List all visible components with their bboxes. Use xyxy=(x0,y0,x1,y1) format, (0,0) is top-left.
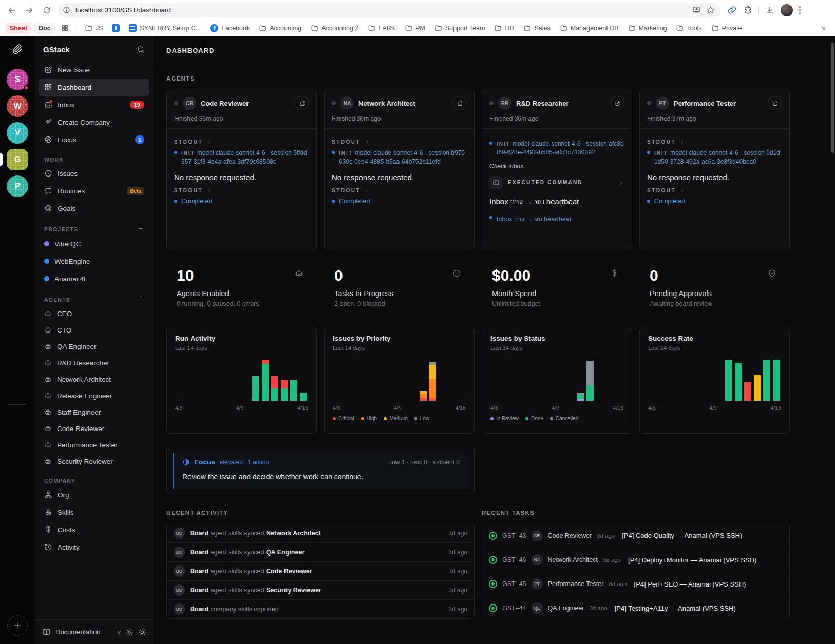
bookmark-folder-icon xyxy=(494,24,502,32)
browser-menu-icon[interactable] xyxy=(799,6,801,14)
bookmark-item[interactable]: Support Team xyxy=(431,22,489,34)
bookmark-item[interactable]: Sales xyxy=(520,22,554,34)
bookmark-item[interactable]: Accounting 2 xyxy=(307,22,362,34)
sidebar-item-inbox[interactable]: Inbox19 xyxy=(39,96,149,113)
bookmark-item[interactable]: HR xyxy=(490,22,518,34)
bookmark-item[interactable]: SYNERRY Setup C... xyxy=(125,22,204,34)
bookmark-star-icon[interactable] xyxy=(706,6,715,14)
workspace-avatar-p[interactable]: P xyxy=(7,175,28,197)
executed-command-row[interactable]: EXECUTED COMMAND xyxy=(489,176,624,189)
activity-row[interactable]: BOBoard agent skills synced Code Reviewe… xyxy=(167,561,474,580)
activity-row[interactable]: BOBoard company skills imported3d ago xyxy=(167,599,474,618)
plus-icon xyxy=(138,296,144,302)
agent-finished-time: Finished 36m ago xyxy=(332,115,467,122)
sidebar-agent-cto[interactable]: CTO xyxy=(39,322,149,338)
sidebar-project-webengine[interactable]: WebEngine xyxy=(39,252,149,270)
open-agent-button[interactable] xyxy=(768,96,782,110)
sidebar-item-dashboard[interactable]: Dashboard xyxy=(39,79,149,96)
activity-row[interactable]: BOBoard agent skills synced QA Engineer3… xyxy=(167,542,474,561)
theme-sun-icon[interactable] xyxy=(138,628,146,636)
open-agent-button[interactable] xyxy=(610,96,624,110)
add-workspace-button[interactable] xyxy=(7,615,28,636)
unread-dot xyxy=(49,100,53,103)
bookmark-item[interactable]: Marketing xyxy=(624,22,671,34)
sidebar-project-viberqc[interactable]: ViberQC xyxy=(39,235,149,252)
stdout-header[interactable]: STDOUT xyxy=(174,139,309,145)
sidebar-agent-performance-tester[interactable]: Performance Tester xyxy=(39,437,149,453)
sidebar-item-focus[interactable]: Focus1 xyxy=(39,131,149,148)
bookmark-pill-sheet[interactable]: Sheet xyxy=(5,23,32,34)
sidebar-agent-qa-engineer[interactable]: QA Engineer xyxy=(39,338,149,355)
sidebar-item-issues[interactable]: Issues xyxy=(39,165,149,182)
install-app-icon[interactable] xyxy=(692,6,701,14)
stdout-header[interactable]: STDOUT xyxy=(647,188,782,193)
add-project-button[interactable] xyxy=(138,225,144,233)
sidebar-agent-r-d-researcher[interactable]: R&D Researcher xyxy=(39,355,149,371)
sidebar-agent-release-engineer[interactable]: Release Engineer xyxy=(39,387,149,404)
focus-action-link[interactable]: 1 action xyxy=(248,459,269,466)
sidebar-agent-security-reviewer[interactable]: Security Reviewer xyxy=(39,453,149,470)
search-icon[interactable] xyxy=(137,45,145,54)
stdout-header[interactable]: STDOUT xyxy=(332,139,467,145)
address-bar[interactable]: localhost:3100/GST/dashboard xyxy=(58,3,720,17)
legend-item: Medium xyxy=(384,416,408,421)
sidebar-agent-ceo[interactable]: CEO xyxy=(39,305,149,322)
workspace-avatar-s[interactable]: S xyxy=(7,69,28,90)
task-row[interactable]: GST–44QEQA Engineer3d ago[P4] Testing+A1… xyxy=(482,596,789,620)
sidebar-agent-network-architect[interactable]: Network Architect xyxy=(39,371,149,387)
bookmark-item[interactable]: fFacebook xyxy=(206,22,253,34)
sidebar-project-anamai-4f[interactable]: Anamai 4F xyxy=(39,270,149,287)
sidebar-item-create-company[interactable]: Create Company xyxy=(39,113,149,131)
settings-gear-icon[interactable] xyxy=(125,628,134,636)
bookmark-item[interactable] xyxy=(108,22,123,34)
bookmark-item[interactable]: Accounting xyxy=(255,22,305,34)
shared-link-icon[interactable] xyxy=(727,5,737,15)
open-agent-button[interactable] xyxy=(452,96,467,110)
downloads-icon[interactable] xyxy=(765,6,774,15)
paperclip-icon[interactable] xyxy=(12,44,23,55)
agent-log-link[interactable]: Inbox ว่าง → จบ heartbeat xyxy=(489,214,624,224)
add-agent-button[interactable] xyxy=(138,296,144,303)
bookmarks-overflow-chevron[interactable]: » xyxy=(818,24,830,32)
version-toggle[interactable]: v xyxy=(118,629,121,636)
sidebar-item-routines[interactable]: RoutinesBeta xyxy=(39,182,149,200)
workspace-avatar-g[interactable]: G xyxy=(7,149,28,170)
sidebar-item-org[interactable]: Org xyxy=(39,486,149,503)
bookmark-pill-doc[interactable]: Doc xyxy=(34,23,55,34)
sidebar-item-goals[interactable]: Goals xyxy=(39,200,149,217)
chart-issues-priority: Issues by PriorityLast 14 days4/34/94/16… xyxy=(324,327,475,434)
open-agent-button[interactable] xyxy=(295,96,309,110)
stdout-header[interactable]: STDOUT xyxy=(174,188,309,193)
bookmark-item[interactable]: LARK xyxy=(364,22,399,34)
sidebar-agent-staff-engineer[interactable]: Staff Engineer xyxy=(39,404,149,420)
workspace-avatar-v[interactable]: V xyxy=(7,122,28,144)
workspace-avatar-w[interactable]: W xyxy=(7,95,28,117)
task-row[interactable]: GST–46NANetwork Architect3d ago[P4] Depl… xyxy=(482,548,789,572)
stdout-header[interactable]: STDOUT xyxy=(332,188,467,193)
extensions-icon[interactable] xyxy=(743,6,752,15)
bookmark-item[interactable]: JS xyxy=(81,22,107,34)
activity-row[interactable]: BOBoard agent skills synced Network Arch… xyxy=(167,523,474,542)
forward-button[interactable] xyxy=(23,4,36,17)
bookmark-item[interactable]: Tools xyxy=(672,22,705,34)
apps-grid-icon[interactable] xyxy=(58,22,72,34)
scrollbar-thumb[interactable] xyxy=(831,43,834,153)
bookmark-item[interactable]: Private xyxy=(708,22,746,34)
profile-avatar[interactable] xyxy=(781,4,793,16)
sidebar-item-costs[interactable]: Costs xyxy=(39,521,149,538)
sidebar-item-new-issue[interactable]: New Issue xyxy=(39,61,149,79)
task-row[interactable]: GST–45PTPerformance Tester3d ago[P4] Per… xyxy=(482,572,789,596)
activity-row[interactable]: BOBoard agent skills synced Security Rev… xyxy=(167,580,474,599)
sidebar-item-activity[interactable]: Activity xyxy=(39,538,149,556)
bookmark-folder-icon xyxy=(368,24,375,32)
bookmark-item[interactable]: PM xyxy=(401,22,429,34)
documentation-link[interactable]: Documentation xyxy=(55,628,100,636)
site-info-icon[interactable] xyxy=(63,6,70,14)
stdout-header[interactable]: STDOUT xyxy=(647,139,782,145)
bookmark-item[interactable]: Management DB xyxy=(556,22,622,34)
sidebar-agent-code-reviewer[interactable]: Code Reviewer xyxy=(39,420,149,437)
back-button[interactable] xyxy=(5,4,18,17)
task-row[interactable]: GST–43CRCode Reviewer3d ago[P4] Code Qua… xyxy=(482,523,789,548)
sidebar-item-skills[interactable]: Skills xyxy=(39,503,149,521)
reload-button[interactable] xyxy=(40,4,53,17)
